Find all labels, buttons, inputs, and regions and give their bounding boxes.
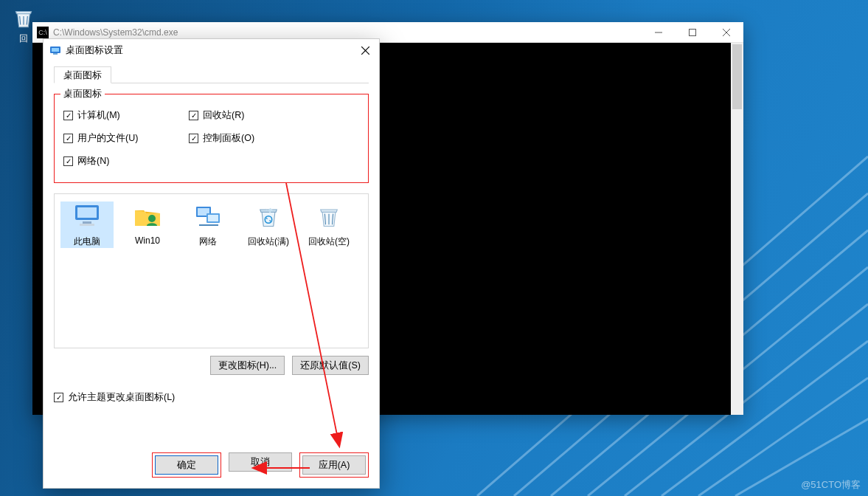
icon-preview-this-pc[interactable]: 此电脑 — [60, 202, 114, 248]
icon-preview-network[interactable]: 网络 — [181, 202, 235, 248]
dialog-app-icon — [49, 44, 61, 56]
checkbox-network[interactable]: ✓网络(N) — [63, 155, 189, 168]
apply-button-highlight: 应用(A) — [299, 452, 369, 478]
check-icon: ✓ — [63, 111, 73, 120]
svg-rect-19 — [83, 221, 91, 224]
checkbox-computer[interactable]: ✓计算机(M) — [63, 109, 189, 122]
icon-label: 回收站(满) — [248, 236, 289, 247]
cancel-button[interactable]: 取消 — [229, 452, 292, 472]
check-icon: ✓ — [63, 156, 73, 166]
checkbox-control-panel[interactable]: ✓控制面板(O) — [189, 132, 254, 145]
desktop-recycle-bin-label: 回 — [19, 33, 28, 44]
dialog-title-text: 桌面图标设置 — [66, 44, 123, 57]
svg-rect-25 — [208, 215, 218, 221]
desktop-icon-settings-dialog: 桌面图标设置 桌面图标 桌面图标 ✓计算机(M) ✓用户的文件(U) ✓网络(N… — [43, 38, 380, 489]
allow-theme-checkbox[interactable]: ✓ 允许主题更改桌面图标(L) — [54, 391, 369, 404]
cmd-scrollbar-thumb[interactable] — [732, 44, 742, 109]
check-icon: ✓ — [63, 134, 73, 143]
restore-defaults-button[interactable]: 还原默认值(S) — [292, 356, 369, 375]
allow-theme-label: 允许主题更改桌面图标(L) — [68, 391, 175, 404]
ok-button-highlight: 确定 — [152, 452, 221, 478]
user-folder-icon — [131, 202, 164, 231]
network-icon — [192, 202, 224, 231]
dialog-tabstrip: 桌面图标 — [54, 66, 369, 83]
tab-desktop-icons[interactable]: 桌面图标 — [54, 66, 111, 83]
checkbox-user-files[interactable]: ✓用户的文件(U) — [63, 132, 189, 145]
recycle-empty-icon — [313, 202, 345, 231]
watermark-text: @51CTO博客 — [801, 478, 861, 492]
checkbox-computer-label: 计算机(M) — [77, 109, 120, 122]
cmd-scrollbar[interactable] — [731, 43, 743, 415]
recycle-full-icon — [252, 202, 285, 231]
icon-label: Win10 — [135, 235, 160, 246]
check-icon: ✓ — [189, 111, 198, 120]
icon-preview-panel: 此电脑 Win10 网络 回收站(满) 回收站(空) — [54, 193, 369, 348]
cmd-app-icon: C:\ — [37, 27, 49, 38]
icon-label: 此电脑 — [74, 236, 100, 247]
icon-label: 回收站(空) — [308, 236, 350, 247]
icon-preview-recycle-empty[interactable]: 回收站(空) — [302, 202, 355, 248]
apply-button[interactable]: 应用(A) — [302, 455, 366, 475]
checkbox-control-panel-label: 控制面板(O) — [203, 132, 254, 145]
icon-preview-user-folder[interactable]: Win10 — [121, 202, 174, 248]
svg-rect-9 — [690, 29, 696, 35]
cmd-minimize-button[interactable] — [642, 22, 676, 42]
dialog-close-button[interactable] — [355, 42, 375, 58]
desktop-icons-group: 桌面图标 ✓计算机(M) ✓用户的文件(U) ✓网络(N) ✓回收站(R) ✓控… — [54, 94, 369, 183]
ok-button[interactable]: 确定 — [155, 455, 218, 475]
svg-point-21 — [148, 215, 156, 222]
dialog-titlebar[interactable]: 桌面图标设置 — [44, 39, 379, 61]
cmd-close-button[interactable] — [709, 22, 743, 42]
dialog-footer: 确定 取消 应用(A) — [44, 445, 379, 488]
check-icon: ✓ — [54, 393, 63, 402]
checkbox-recycle-bin-label: 回收站(R) — [203, 109, 244, 122]
checkbox-network-label: 网络(N) — [77, 155, 109, 168]
svg-rect-13 — [52, 48, 59, 52]
check-icon: ✓ — [189, 134, 198, 143]
icon-label: 网络 — [199, 236, 217, 247]
change-icon-button[interactable]: 更改图标(H)... — [210, 356, 285, 375]
this-pc-icon — [71, 202, 103, 231]
cmd-maximize-button[interactable] — [676, 22, 709, 42]
svg-rect-18 — [77, 207, 97, 218]
group-legend: 桌面图标 — [60, 88, 105, 100]
cmd-title-text: C:\Windows\System32\cmd.exe — [53, 27, 178, 38]
svg-rect-20 — [80, 224, 94, 226]
svg-rect-14 — [53, 53, 58, 55]
checkbox-user-files-label: 用户的文件(U) — [77, 132, 138, 145]
checkbox-recycle-bin[interactable]: ✓回收站(R) — [189, 109, 254, 122]
icon-preview-recycle-full[interactable]: 回收站(满) — [242, 202, 295, 248]
